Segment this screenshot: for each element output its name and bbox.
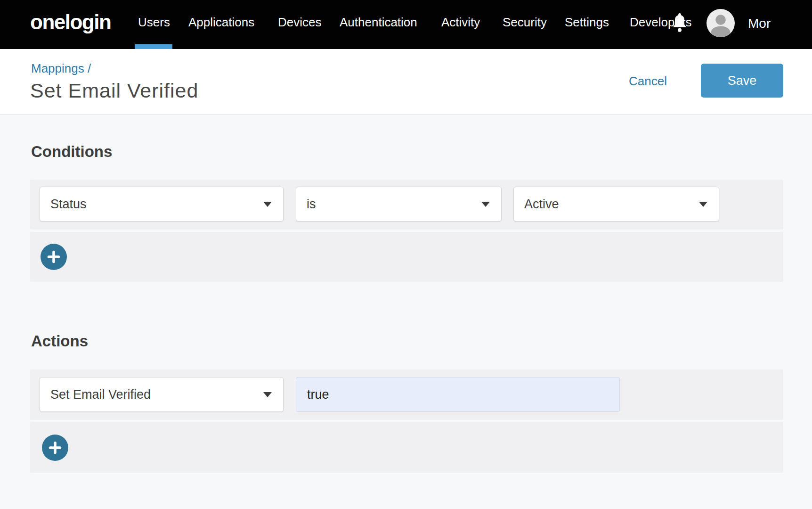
user-avatar[interactable] xyxy=(706,9,735,37)
action-value-input[interactable] xyxy=(296,377,620,412)
condition-operator-dropdown[interactable]: is xyxy=(296,187,502,222)
conditions-heading: Conditions xyxy=(31,143,112,161)
action-type-dropdown[interactable]: Set Email Verified xyxy=(40,377,284,412)
top-nav: onelogin Users Applications Devices Auth… xyxy=(0,0,812,49)
onelogin-logo: onelogin xyxy=(30,0,111,44)
actions-heading: Actions xyxy=(31,332,88,350)
nav-item-security[interactable]: Security xyxy=(503,0,547,44)
condition-operator-value: is xyxy=(307,197,316,212)
condition-value: Active xyxy=(524,197,559,212)
condition-field-value: Status xyxy=(50,197,87,212)
page-header: Mappings / Set Email Verified Cancel Sav… xyxy=(0,49,812,115)
condition-value-dropdown[interactable]: Active xyxy=(513,187,719,222)
nav-item-devices[interactable]: Devices xyxy=(278,0,321,44)
plus-icon xyxy=(47,250,61,264)
save-button[interactable]: Save xyxy=(701,64,783,98)
chevron-down-icon xyxy=(263,392,272,397)
page-title: Set Email Verified xyxy=(30,79,198,102)
person-icon xyxy=(706,9,735,37)
active-tab-underline xyxy=(135,44,172,49)
nav-item-applications[interactable]: Applications xyxy=(188,0,254,44)
add-condition-row xyxy=(30,232,783,282)
nav-item-settings[interactable]: Settings xyxy=(565,0,609,44)
breadcrumb-mappings-link[interactable]: Mappings / xyxy=(31,61,91,76)
nav-item-authentication[interactable]: Authentication xyxy=(340,0,417,44)
notifications-bell-icon[interactable] xyxy=(673,13,687,32)
plus-icon xyxy=(48,441,62,455)
nav-item-activity[interactable]: Activity xyxy=(441,0,480,44)
action-type-value: Set Email Verified xyxy=(50,387,151,402)
condition-field-dropdown[interactable]: Status xyxy=(40,187,284,222)
chevron-down-icon xyxy=(699,202,707,207)
nav-user-name[interactable]: Mor xyxy=(748,0,771,47)
action-row: Set Email Verified xyxy=(30,369,783,420)
add-condition-button[interactable] xyxy=(41,244,67,270)
add-action-row xyxy=(30,422,783,473)
add-action-button[interactable] xyxy=(42,435,68,461)
chevron-down-icon xyxy=(263,202,272,207)
nav-item-users[interactable]: Users xyxy=(138,0,170,44)
condition-row: Status is Active xyxy=(30,180,783,230)
cancel-button[interactable]: Cancel xyxy=(629,74,667,89)
chevron-down-icon xyxy=(481,202,490,207)
